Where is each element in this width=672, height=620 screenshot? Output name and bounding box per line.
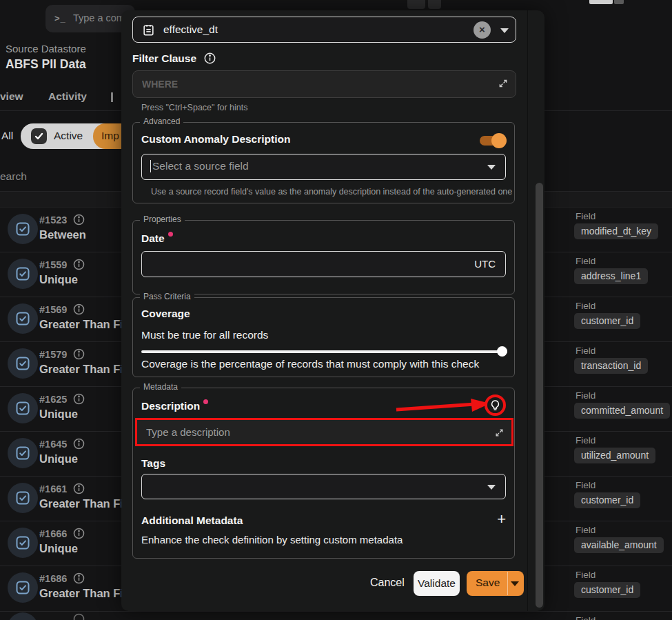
check-badge-icon [8,303,38,334]
info-icon[interactable] [73,303,85,318]
info-icon[interactable] [73,348,85,363]
check-badge-icon [8,214,38,244]
check-row[interactable]: #1645 Unique [0,431,121,476]
field-selector-value: effective_dt [163,23,218,36]
pass-criteria-section: Pass Criteria Coverage Must be true for … [132,297,515,377]
field-label: Field [576,346,595,356]
field-cell: Field available_amount [544,521,672,566]
source-field-select[interactable]: Select a source field [141,154,506,180]
filter-active-label[interactable]: Active [54,130,83,142]
toggle-knob [491,133,507,148]
check-row[interactable]: #1686 Greater Than Fie [0,566,121,610]
check-name: Greater Than Fie [39,497,130,510]
slider-knob[interactable] [497,346,507,357]
check-row[interactable]: #1523 Between [0,207,121,252]
filter-all[interactable]: All [1,130,13,142]
field-chip: customer_id [574,313,640,329]
pass-criteria-legend: Pass Criteria [140,292,194,301]
field-chip: committed_amount [574,403,670,419]
check-row[interactable]: #1569 Greater Than Fie [0,297,121,341]
check-row[interactable]: #1559 Unique [0,252,121,297]
info-icon[interactable] [73,438,85,452]
date-input[interactable]: UTC [141,251,506,277]
info-icon[interactable] [204,52,216,64]
field-label: Field [576,256,595,266]
info-icon[interactable] [73,483,85,497]
background-toolbar-fragment [589,0,613,4]
search-input[interactable]: earch [0,170,27,183]
check-row-partial[interactable] [0,611,121,620]
validate-button[interactable]: Validate [414,571,460,596]
field-chip: utilized_amount [574,448,655,463]
field-cell-partial: Field [544,611,672,620]
field-chip: customer_id [574,582,640,598]
check-name: Unique [39,273,78,286]
custom-anomaly-label: Custom Anomaly Description [141,133,290,146]
chevron-down-icon [487,165,496,170]
cancel-button[interactable]: Cancel [370,577,405,589]
info-icon[interactable] [73,613,85,620]
date-label: Date [141,232,173,245]
field-chip: available_amount [574,537,664,553]
coverage-slider[interactable] [141,346,507,357]
check-id: #1569 [39,304,67,315]
lightbulb-icon[interactable] [489,399,501,411]
expand-icon[interactable] [495,428,504,440]
check-id: #1559 [39,259,67,270]
info-icon[interactable] [73,214,85,228]
field-chip: modified_dt_key [574,223,658,239]
save-label: Save [476,577,500,589]
check-badge-icon [8,438,38,468]
check-name: Unique [39,452,78,466]
field-label: Field [576,390,595,401]
check-editor-dialog: effective_dt × Filter Clause Press "Ctrl… [121,10,544,611]
check-row[interactable]: #1661 Greater Than Fie [0,476,121,521]
chevron-down-icon[interactable] [511,581,519,586]
tab-overview[interactable]: view [0,90,23,103]
calendar-icon [142,23,155,39]
description-editor[interactable] [135,418,513,446]
slider-track [141,350,507,353]
check-badge-icon [8,528,38,558]
filter-clause-editor[interactable] [132,70,516,98]
save-button[interactable]: Save [467,571,524,596]
add-metadata-button[interactable]: + [497,512,506,526]
background-toolbar-fragment [428,0,441,9]
info-icon[interactable] [73,528,85,542]
field-chip: address_line1 [574,268,648,284]
metadata-legend: Metadata [140,382,181,392]
filter-important[interactable]: Imp [93,123,121,149]
filter-pill[interactable]: Active Imp [21,123,121,149]
custom-anomaly-helper: Use a source record field's value as the… [151,187,512,197]
info-icon[interactable] [73,393,85,408]
check-row[interactable]: #1666 Unique [0,521,121,566]
scrollbar-thumb[interactable] [536,183,543,608]
tags-label: Tags [141,457,165,470]
tags-select[interactable] [141,474,506,499]
properties-legend: Properties [140,214,185,224]
info-icon[interactable] [73,259,85,273]
description-input[interactable] [137,420,511,444]
info-icon[interactable] [73,572,85,587]
check-id: #1661 [39,483,67,494]
chevron-down-icon[interactable] [500,28,509,33]
filter-clause-label: Filter Clause [132,52,216,65]
scroll-gutter-divider [527,10,528,611]
check-name: Greater Than Fie [39,318,130,331]
app-screen: >_ Type a com Source Datastore ABFS PII … [0,0,672,620]
expand-icon[interactable] [498,79,508,91]
field-cell: Field modified_dt_key [544,207,672,252]
check-id: #1666 [39,528,67,539]
clear-icon[interactable]: × [474,21,491,39]
tab-activity[interactable]: Activity [48,90,87,103]
custom-anomaly-toggle[interactable] [480,136,505,146]
filter-clause-input[interactable] [133,71,516,97]
check-row[interactable]: #1579 Greater Than Fie [0,341,121,386]
command-placeholder: Type a com [73,12,125,23]
field-selector[interactable]: effective_dt × [132,17,516,43]
check-name: Unique [39,542,78,555]
check-row[interactable]: #1625 Unique [0,386,121,431]
field-label: Field [576,480,595,490]
annotation-arrow [395,398,493,417]
advanced-section: Advanced Custom Anomaly Description Sele… [132,122,515,203]
